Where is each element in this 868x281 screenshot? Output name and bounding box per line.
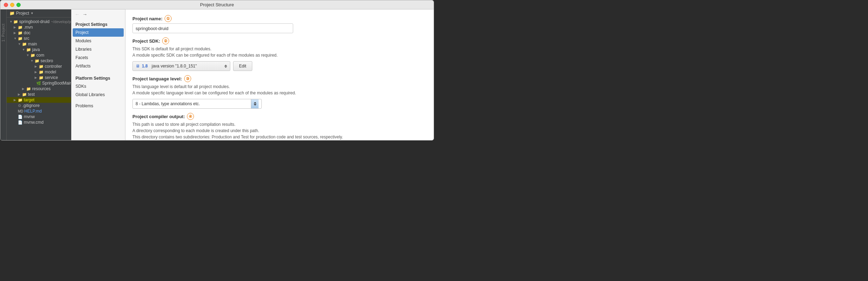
num-badge-3: ③ bbox=[184, 75, 191, 82]
title-bar: Project Structure bbox=[0, 0, 434, 9]
edit-sdk-button[interactable]: Edit bbox=[233, 61, 252, 71]
sidebar-item-global-libraries[interactable]: Global Libraries bbox=[71, 91, 125, 99]
num-badge-2: ② bbox=[162, 37, 169, 44]
list-item[interactable]: ▼ 📁 src bbox=[7, 36, 71, 41]
list-item[interactable]: ▶ 📁 model bbox=[7, 69, 71, 75]
tree-root[interactable]: ▼ 📁 springboot-druid ~/develop/project bbox=[7, 19, 71, 24]
file-tree-panel: 📁 Project ▼ ▼ 📁 springboot-druid ~/devel… bbox=[7, 9, 71, 140]
sdk-detail: java version "1.8.0_151" bbox=[151, 64, 197, 69]
list-item[interactable]: ▶ 📁 controller bbox=[7, 64, 71, 69]
minimize-button[interactable] bbox=[10, 3, 14, 7]
project-header-label: Project bbox=[16, 11, 29, 16]
language-level-select[interactable]: 8 - Lambdas, type annotations etc. bbox=[132, 99, 262, 109]
side-strip-label: 1: Project bbox=[1, 23, 5, 42]
num-badge-1: ① bbox=[165, 15, 172, 22]
project-settings-header: Project Settings bbox=[71, 19, 125, 28]
project-sdk-title: Project SDK: ② bbox=[132, 37, 427, 44]
project-name-input[interactable] bbox=[132, 23, 293, 33]
sdk-icon: 🖥 bbox=[136, 64, 140, 69]
list-item[interactable]: ▶ 📁 target bbox=[7, 97, 71, 103]
file-tree-header: 📁 Project ▼ bbox=[7, 9, 71, 17]
lang-desc: This language level is default for all p… bbox=[132, 84, 427, 96]
project-dropdown[interactable]: 📁 Project ▼ bbox=[9, 11, 34, 16]
list-item[interactable]: 📄 mvnw.cmd bbox=[7, 120, 71, 125]
sdk-select[interactable]: 🖥 1.8 java version "1.8.0_151" bbox=[132, 61, 230, 71]
maximize-button[interactable] bbox=[16, 3, 21, 7]
list-item[interactable]: ▼ 📁 main bbox=[7, 41, 71, 47]
list-item[interactable]: ▶ 📁 .mvn bbox=[7, 24, 71, 30]
project-lang-title: Project language level: ③ bbox=[132, 75, 427, 82]
settings-nav-panel: ← → Project Settings Project Modules Lib… bbox=[71, 9, 125, 140]
project-name-title: Project name: ① bbox=[132, 15, 427, 22]
window-title: Project Structure bbox=[200, 2, 234, 7]
window-controls[interactable] bbox=[4, 3, 21, 7]
list-item[interactable]: ▶ 📁 service bbox=[7, 75, 71, 80]
lang-dropdown-button[interactable] bbox=[251, 99, 259, 108]
forward-arrow[interactable]: → bbox=[82, 12, 88, 17]
side-strip: 1: Project bbox=[0, 9, 7, 140]
sdk-version: 1.8 bbox=[142, 64, 148, 69]
file-tree-content: ▼ 📁 springboot-druid ~/develop/project ▶… bbox=[7, 17, 71, 140]
sdk-desc: This SDK is default for all project modu… bbox=[132, 46, 427, 58]
list-item[interactable]: ⚙ .gitignore bbox=[7, 103, 71, 108]
sidebar-item-libraries[interactable]: Libraries bbox=[71, 45, 125, 53]
list-item[interactable]: MD HELP.md bbox=[7, 108, 71, 114]
sidebar-item-problems[interactable]: Problems bbox=[71, 102, 125, 110]
platform-settings-header: Platform Settings bbox=[71, 73, 125, 82]
sidebar-item-project[interactable]: Project bbox=[73, 28, 124, 37]
sdk-row: 🖥 1.8 java version "1.8.0_151" Edit bbox=[132, 61, 427, 71]
nav-back-bar: ← → bbox=[71, 9, 125, 19]
compiler-output-title: Project compiler output: ④ bbox=[132, 113, 427, 120]
settings-content: Project name: ① Project SDK: ② This SDK … bbox=[125, 9, 434, 140]
back-arrow[interactable]: ← bbox=[74, 12, 80, 17]
list-item[interactable]: 📄 mvnw bbox=[7, 114, 71, 120]
sidebar-item-artifacts[interactable]: Artifacts bbox=[71, 62, 125, 70]
list-item[interactable]: 🌿 SpringBootMainAppl bbox=[7, 80, 71, 86]
project-sdk-section: Project SDK: ② This SDK is default for a… bbox=[132, 37, 427, 71]
sidebar-item-facets[interactable]: Facets bbox=[71, 53, 125, 62]
compiler-desc: This path is used to store all project c… bbox=[132, 121, 427, 140]
compiler-output-section: Project compiler output: ④ This path is … bbox=[132, 113, 427, 140]
list-item[interactable]: ▼ 📁 secbro bbox=[7, 58, 71, 64]
num-badge-4: ④ bbox=[187, 113, 194, 120]
list-item[interactable]: ▶ 📁 resources bbox=[7, 86, 71, 92]
project-name-section: Project name: ① bbox=[132, 15, 427, 37]
sidebar-item-sdks[interactable]: SDKs bbox=[71, 82, 125, 91]
close-button[interactable] bbox=[4, 3, 8, 7]
list-item[interactable]: ▶ 📁 test bbox=[7, 92, 71, 97]
sidebar-item-modules[interactable]: Modules bbox=[71, 37, 125, 45]
list-item[interactable]: ▼ 📁 com bbox=[7, 52, 71, 58]
list-item[interactable]: ▶ 📁 doc bbox=[7, 30, 71, 36]
sdk-dropdown-arrow[interactable] bbox=[224, 65, 227, 68]
project-lang-section: Project language level: ③ This language … bbox=[132, 75, 427, 109]
list-item[interactable]: ▼ 📁 java bbox=[7, 47, 71, 52]
